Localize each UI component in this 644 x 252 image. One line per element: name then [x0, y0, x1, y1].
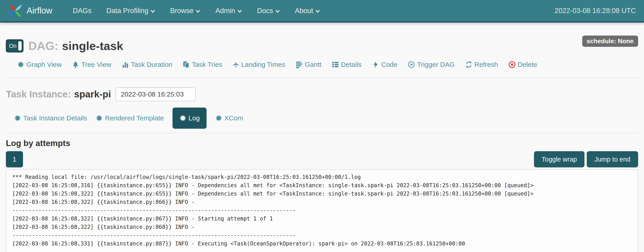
- dag-name: single-task: [62, 39, 123, 53]
- dag-pause-toggle[interactable]: On: [6, 39, 24, 52]
- nav-item-dags[interactable]: DAGs: [66, 0, 99, 21]
- align-left-icon: [296, 61, 303, 68]
- tab-label: Trigger DAG: [417, 61, 454, 68]
- tab-code[interactable]: Code: [372, 61, 398, 68]
- tree-icon: [72, 61, 79, 68]
- chevron-down-icon: [196, 9, 200, 14]
- dag-header: On DAG: single-task schedule: None: [6, 39, 638, 53]
- tab-xcom[interactable]: XCom: [215, 114, 243, 122]
- log-line: [2022-03-08 16:25:08,322] {{taskinstance…: [12, 190, 632, 198]
- tab-gantt[interactable]: Gantt: [296, 61, 321, 68]
- tab-label: XCom: [224, 114, 243, 122]
- tab-label: Task Tries: [192, 61, 222, 68]
- log-line: *** Reading local file: /usr/local/airfl…: [12, 173, 632, 181]
- nav-item-admin[interactable]: Admin: [208, 0, 250, 21]
- chevron-down-icon: [237, 9, 242, 14]
- log-line: [2022-03-08 16:25:08,322] {{taskinstance…: [12, 198, 632, 206]
- nav-item-label: Data Profiling: [106, 7, 148, 15]
- certificate-icon: [179, 115, 186, 122]
- tab-label: Task Duration: [131, 61, 172, 68]
- nav-item-browse[interactable]: Browse: [163, 0, 208, 21]
- tab-delete-dag[interactable]: Delete: [508, 61, 537, 68]
- certificate-icon: [96, 115, 103, 122]
- log-line: [2022-03-08 16:25:08,331] {{taskinstance…: [12, 240, 632, 248]
- nav-item-label: Browse: [170, 7, 194, 15]
- log-line: ----------------------------------------…: [12, 206, 632, 215]
- brand-title: Airflow: [26, 6, 52, 15]
- log-buttons: Toggle wrap Jump to end: [534, 151, 638, 167]
- times-circle-icon: [508, 61, 516, 68]
- tab-task-tries[interactable]: Task Tries: [183, 61, 222, 68]
- tab-label: Landing Times: [241, 61, 285, 68]
- execution-date-input[interactable]: [116, 87, 196, 101]
- play-circle-icon: [408, 61, 415, 68]
- nav-item-label: About: [295, 7, 313, 15]
- log-by-attempts-title: Log by attempts: [6, 139, 638, 148]
- toggle-on-label: On: [6, 43, 16, 49]
- tab-label: Gantt: [305, 61, 321, 68]
- tab-details[interactable]: Details: [332, 61, 362, 68]
- tab-label: Tree View: [81, 61, 111, 68]
- log-controls-row: 1 Toggle wrap Jump to end: [6, 151, 638, 167]
- refresh-icon: [465, 61, 472, 68]
- tab-label: Task Instance Details: [23, 114, 87, 122]
- chevron-down-icon: [275, 9, 280, 14]
- toggle-wrap-button[interactable]: Toggle wrap: [534, 151, 584, 167]
- attempt-1-button[interactable]: 1: [6, 151, 23, 167]
- airflow-brand[interactable]: Airflow: [7, 2, 52, 19]
- tab-label: Graph View: [26, 61, 62, 68]
- bar-chart-icon: [122, 61, 129, 68]
- task-instance-name: spark-pi: [74, 89, 111, 100]
- tab-landing-times[interactable]: ✈ Landing Times: [233, 61, 285, 68]
- task-instance-tabs: Task Instance Details Rendered Template …: [6, 108, 638, 129]
- task-instance-prefix: Task Instance:: [6, 89, 71, 100]
- navbar: Airflow DAGs Data Profiling Browse Admin…: [0, 0, 644, 22]
- chevron-down-icon: [150, 9, 155, 14]
- log-line: ----------------------------------------…: [12, 231, 632, 240]
- tab-rendered-template[interactable]: Rendered Template: [96, 114, 164, 122]
- tab-label: Details: [341, 61, 362, 68]
- chevron-down-icon: [315, 9, 320, 14]
- nav-item-data-profiling[interactable]: Data Profiling: [99, 0, 163, 21]
- dag-view-tabs: Graph View Tree View Task Duration Task …: [6, 61, 638, 68]
- airflow-logo-icon: [7, 2, 24, 19]
- tab-graph-view[interactable]: Graph View: [17, 61, 62, 68]
- schedule-badge: schedule: None: [582, 35, 638, 47]
- task-instance-header: Task Instance: spark-pi: [6, 87, 638, 101]
- section-divider: [6, 133, 638, 133]
- tab-log[interactable]: Log: [172, 108, 206, 129]
- plane-icon: ✈: [232, 61, 240, 68]
- tab-label: Log: [188, 114, 200, 122]
- tab-tree-view[interactable]: Tree View: [72, 61, 111, 68]
- jump-to-end-button[interactable]: Jump to end: [587, 151, 638, 167]
- tab-label: Delete: [518, 61, 537, 68]
- utc-clock: 2022-03-08 16:28:08 UTC: [555, 7, 637, 15]
- tab-task-duration[interactable]: Task Duration: [122, 61, 172, 68]
- certificate-icon: [17, 61, 24, 68]
- dag-prefix-label: DAG:: [28, 39, 58, 53]
- nav-item-about[interactable]: About: [288, 0, 328, 21]
- certificate-icon: [14, 115, 21, 122]
- certificate-icon: [215, 115, 222, 122]
- log-line: [2022-03-08 16:25:08,322] {{taskinstance…: [12, 223, 632, 231]
- tab-label: Code: [381, 61, 398, 68]
- th-list-icon: [332, 61, 339, 68]
- tab-label: Refresh: [474, 61, 498, 68]
- bolt-icon: [372, 61, 379, 68]
- log-line: [2022-03-08 16:25:08,322] {{taskinstance…: [12, 215, 632, 223]
- tab-trigger-dag[interactable]: Trigger DAG: [408, 61, 454, 68]
- section-divider: [6, 78, 638, 78]
- log-line: [2022-03-08 16:25:08,316] {{taskinstance…: [12, 181, 632, 190]
- copy-icon: [183, 61, 190, 68]
- tab-label: Rendered Template: [105, 114, 164, 122]
- nav-item-label: DAGs: [73, 7, 92, 15]
- tab-refresh[interactable]: Refresh: [465, 61, 498, 68]
- toggle-knob: [18, 41, 22, 51]
- nav-item-label: Admin: [215, 7, 235, 15]
- tab-task-instance-details[interactable]: Task Instance Details: [14, 114, 87, 122]
- nav-item-docs[interactable]: Docs: [250, 0, 288, 21]
- nav-item-label: Docs: [257, 7, 273, 15]
- log-output-panel[interactable]: *** Reading local file: /usr/local/airfl…: [6, 169, 638, 252]
